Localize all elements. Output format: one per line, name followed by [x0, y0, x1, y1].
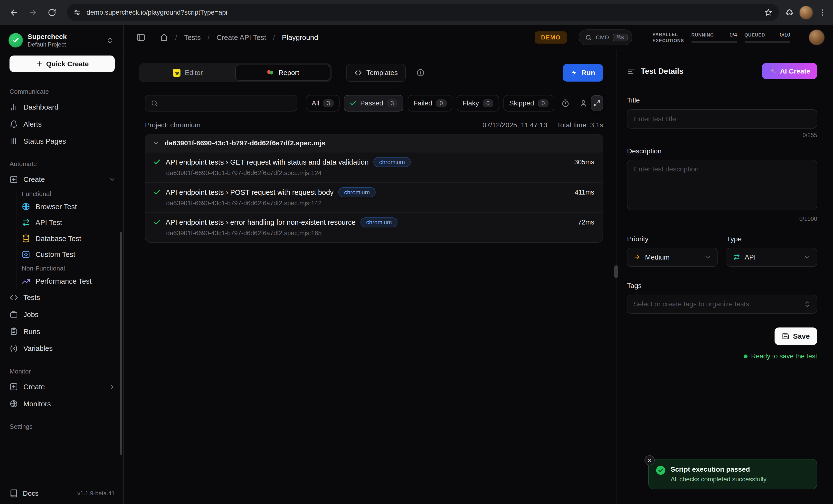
- section-functional: Functional: [17, 190, 123, 198]
- duration-toggle-button[interactable]: [558, 96, 572, 110]
- sidebar-item-jobs[interactable]: Jobs: [0, 306, 123, 323]
- sidebar-item-tests[interactable]: Tests: [0, 289, 123, 306]
- section-settings: Settings: [0, 423, 123, 430]
- toast-title: Script execution passed: [670, 465, 768, 473]
- breadcrumb-tests[interactable]: Tests: [184, 33, 201, 42]
- sidebar-item-label: Status Pages: [23, 137, 66, 145]
- browser-profile-avatar[interactable]: [799, 6, 813, 20]
- toast-check-icon: [656, 466, 665, 475]
- report-search-input[interactable]: [163, 99, 291, 107]
- swap-arrows-icon: [22, 218, 30, 227]
- title-label: Title: [627, 96, 817, 104]
- timer-icon: [561, 99, 570, 107]
- playwright-report-icon: [266, 69, 274, 77]
- sparkles-icon: [769, 68, 777, 75]
- workspace-name: Supercheck: [27, 32, 99, 41]
- expand-report-button[interactable]: [591, 95, 603, 111]
- sidebar-item-browser-test[interactable]: Browser Test: [17, 199, 123, 215]
- panel-toggle-button[interactable]: [136, 33, 145, 42]
- templates-button[interactable]: Templates: [346, 64, 406, 82]
- url-bar[interactable]: demo.supercheck.io/playground?scriptType…: [67, 4, 779, 21]
- sidebar-item-custom-test[interactable]: Custom Test: [17, 246, 123, 262]
- tab-editor-label: Editor: [185, 69, 203, 77]
- save-status: Ready to save the test: [627, 352, 817, 360]
- tab-report[interactable]: Report: [235, 65, 330, 80]
- trending-up-icon: [22, 277, 30, 285]
- filter-chip-flaky[interactable]: Flaky 0: [457, 95, 499, 112]
- site-settings-icon[interactable]: [73, 8, 81, 17]
- tags-select[interactable]: Select or create tags to organize tests.…: [627, 295, 817, 314]
- sidebar-item-api-test[interactable]: API Test: [17, 215, 123, 231]
- sidebar-item-variables[interactable]: Variables: [0, 340, 123, 357]
- test-duration: 411ms: [575, 189, 594, 196]
- sidebar-scrollbar[interactable]: [120, 232, 122, 455]
- report-search-box[interactable]: [145, 95, 298, 112]
- back-button[interactable]: [5, 4, 22, 21]
- tab-editor[interactable]: JS Editor: [140, 65, 235, 80]
- breadcrumb-separator: /: [175, 33, 177, 41]
- breadcrumb-separator: /: [273, 33, 275, 41]
- chip-count: 3: [323, 99, 334, 107]
- toast-message: All checks completed successfully.: [670, 476, 768, 483]
- ai-create-button[interactable]: AI Create: [762, 63, 817, 79]
- quick-create-button[interactable]: Quick Create: [9, 55, 115, 72]
- globe-icon: [22, 202, 30, 211]
- chip-label: Skipped: [509, 99, 534, 107]
- browser-badge: chromium: [338, 187, 376, 197]
- sidebar-item-runs[interactable]: Runs: [0, 323, 123, 340]
- breadcrumb-create-api-test[interactable]: Create API Test: [216, 33, 266, 42]
- back-arrow-icon: [9, 8, 18, 17]
- command-search-button[interactable]: CMD ⌘K: [579, 29, 632, 45]
- filter-chip-all[interactable]: All 3: [306, 95, 339, 112]
- topbar-right: DEMO CMD ⌘K PARALLEL EXECUTIONS: [534, 25, 833, 50]
- arrow-right-icon: [633, 254, 641, 261]
- toast-close-button[interactable]: [644, 455, 654, 465]
- sidebar-item-monitors[interactable]: Monitors: [0, 395, 123, 412]
- sidebar-item-create-monitor[interactable]: Create: [0, 378, 123, 395]
- sidebar-item-label: Browser Test: [35, 202, 77, 211]
- workspace-toggle-button[interactable]: [104, 34, 116, 46]
- plus-icon: [35, 60, 43, 68]
- home-button[interactable]: [160, 33, 168, 42]
- title-input[interactable]: [627, 109, 817, 128]
- filter-chip-passed[interactable]: Passed 3: [344, 95, 403, 112]
- test-result-row[interactable]: API endpoint tests › POST request with r…: [145, 183, 602, 213]
- test-title: API endpoint tests › GET request with st…: [166, 158, 369, 166]
- sidebar-item-performance-test[interactable]: Performance Test: [17, 273, 123, 289]
- sidebar-item-database-test[interactable]: Database Test: [17, 231, 123, 246]
- forward-button[interactable]: [24, 4, 41, 21]
- extensions-button[interactable]: [785, 8, 794, 17]
- chrome-menu-button[interactable]: [818, 8, 827, 17]
- priority-select[interactable]: Medium: [627, 248, 717, 267]
- test-result-row[interactable]: API endpoint tests › error handling for …: [145, 213, 602, 242]
- test-details-panel: Test Details AI Create Title 0/255 Descr…: [616, 50, 833, 504]
- maximize-icon: [594, 100, 600, 106]
- sidebar-item-status-pages[interactable]: Status Pages: [0, 133, 123, 150]
- details-header: Test Details AI Create: [627, 63, 817, 79]
- save-button[interactable]: Save: [775, 328, 817, 345]
- test-result-row[interactable]: API endpoint tests › GET request with st…: [145, 152, 602, 183]
- spec-file-header[interactable]: da63901f-6690-43c1-b797-d6d62f6a7df2.spe…: [145, 135, 602, 152]
- workspace-switcher[interactable]: Supercheck Default Project: [0, 25, 123, 53]
- js-icon: JS: [173, 69, 181, 77]
- description-textarea[interactable]: [627, 160, 817, 210]
- filter-chip-skipped[interactable]: Skipped 0: [503, 95, 554, 112]
- sidebar-item-label: Create: [23, 383, 45, 391]
- sidebar-item-dashboard[interactable]: Dashboard: [0, 99, 123, 116]
- check-icon: [12, 37, 20, 44]
- panel-resize-handle[interactable]: [614, 265, 618, 278]
- test-path: da63901f-6690-43c1-b797-d6d62f6a7df2.spe…: [166, 169, 594, 177]
- info-button[interactable]: [414, 66, 427, 79]
- reload-button[interactable]: [44, 4, 61, 21]
- user-avatar[interactable]: [809, 29, 825, 45]
- bookmark-star-icon[interactable]: [764, 8, 772, 17]
- docs-link[interactable]: Docs: [23, 489, 39, 498]
- type-select[interactable]: API: [727, 248, 817, 267]
- sidebar-item-create-automate[interactable]: Create: [0, 171, 123, 188]
- filter-chip-failed[interactable]: Failed 0: [408, 95, 453, 112]
- run-label: Run: [581, 69, 595, 77]
- ai-create-label: AI Create: [780, 67, 810, 75]
- run-button[interactable]: Run: [563, 64, 603, 81]
- create-subtree: Functional Browser Test API Test Databas…: [17, 190, 123, 289]
- sidebar-item-alerts[interactable]: Alerts: [0, 116, 123, 133]
